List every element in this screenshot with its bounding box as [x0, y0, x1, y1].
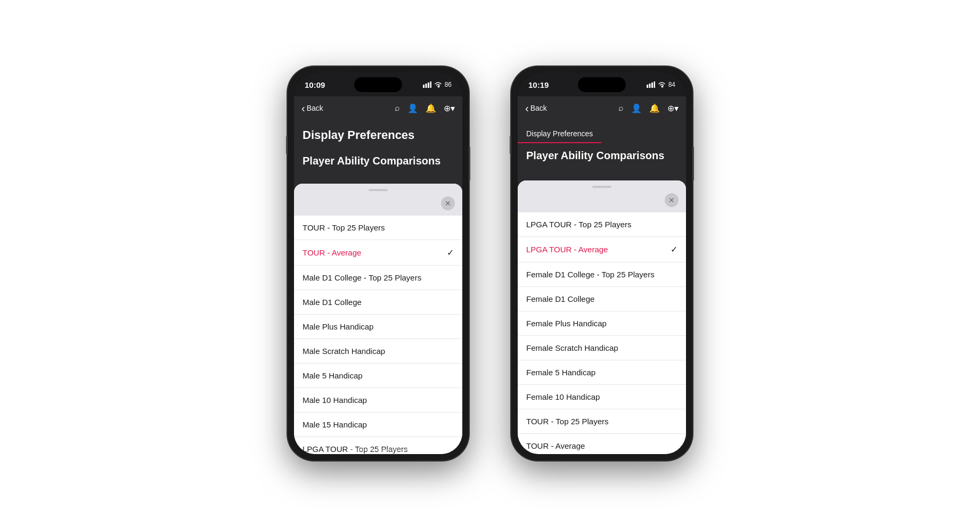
- phone2-list-item-0[interactable]: LPGA TOUR - Top 25 Players: [518, 212, 686, 237]
- phone1-list-item-4[interactable]: Male Plus Handicap: [294, 315, 462, 339]
- phone-2-home-indicator: [570, 449, 634, 451]
- phone-1-sheet-header: ✕: [294, 195, 462, 216]
- phone1-list-item-5[interactable]: Male Scratch Handicap: [294, 339, 462, 364]
- phone-1-bottom-sheet: ✕ TOUR - Top 25 PlayersTOUR - Average✓Ma…: [294, 184, 462, 454]
- battery-indicator: 86: [445, 81, 452, 88]
- battery-indicator: 84: [668, 81, 675, 88]
- phone-2-status-bar: 10:19 84: [518, 73, 686, 96]
- phone-1-status-icons: 86: [423, 81, 452, 88]
- phone-1-device: 10:09: [288, 67, 469, 460]
- svg-rect-2: [428, 83, 429, 88]
- bell-icon[interactable]: 🔔: [426, 103, 436, 113]
- phone-1-home-indicator: [346, 449, 410, 451]
- phone2-list-item-8[interactable]: TOUR - Top 25 Players: [518, 409, 686, 434]
- phone-2-status-icons: 84: [647, 81, 675, 88]
- phone-1-back-button[interactable]: Back: [301, 103, 323, 113]
- signal-icon: [423, 81, 431, 88]
- phone-1-dynamic-island: [354, 77, 402, 92]
- person-icon[interactable]: 👤: [631, 103, 642, 113]
- phone-2-sheet-handle-area: [518, 180, 686, 192]
- phone1-list-item-6[interactable]: Male 5 Handicap: [294, 364, 462, 388]
- phone-2-screen-content: Player Ability Comparisons ✕ LPGA TOUR -…: [518, 143, 686, 454]
- phone2-list-item-5[interactable]: Female Scratch Handicap: [518, 336, 686, 360]
- search-icon[interactable]: ⌕: [618, 103, 624, 113]
- add-icon[interactable]: ⊕▾: [444, 103, 455, 113]
- phone-1-close-button[interactable]: ✕: [441, 196, 455, 210]
- phone-1-sheet-list[interactable]: TOUR - Top 25 PlayersTOUR - Average✓Male…: [294, 216, 462, 454]
- battery-level: 86: [445, 81, 452, 88]
- phone-2-tab-bar: Display Preferences: [518, 120, 686, 143]
- phone-2-bottom-sheet: ✕ LPGA TOUR - Top 25 PlayersLPGA TOUR - …: [518, 180, 686, 454]
- phone-1-sheet-handle-area: [294, 184, 462, 195]
- phone-1-time: 10:09: [305, 80, 325, 89]
- svg-rect-6: [651, 83, 653, 88]
- svg-rect-7: [654, 81, 655, 88]
- phone1-list-item-3[interactable]: Male D1 College: [294, 290, 462, 315]
- phone2-list-item-9[interactable]: TOUR - Average: [518, 434, 686, 454]
- svg-rect-5: [649, 84, 650, 88]
- phone-2-wrapper: 10:19 84: [511, 67, 692, 460]
- phone-2-dynamic-island: [578, 77, 626, 92]
- phone-2-display-preferences-tab[interactable]: Display Preferences: [518, 125, 601, 143]
- phone2-list-item-6[interactable]: Female 5 Handicap: [518, 360, 686, 385]
- phone1-list-item-7[interactable]: Male 10 Handicap: [294, 388, 462, 413]
- bell-icon[interactable]: 🔔: [649, 103, 660, 113]
- phone1-list-item-8[interactable]: Male 15 Handicap: [294, 413, 462, 437]
- phone-1-nav-bar: Back ⌕ 👤 🔔 ⊕▾: [294, 96, 462, 120]
- phone-2-sheet-list[interactable]: LPGA TOUR - Top 25 PlayersLPGA TOUR - Av…: [518, 212, 686, 454]
- phone-2-time: 10:19: [528, 80, 549, 89]
- phone2-list-item-7[interactable]: Female 10 Handicap: [518, 385, 686, 409]
- phone2-list-item-2[interactable]: Female D1 College - Top 25 Players: [518, 262, 686, 287]
- phone-2-nav-bar: Back ⌕ 👤 🔔 ⊕▾: [518, 96, 686, 120]
- phone-2-sheet-header: ✕: [518, 192, 686, 212]
- battery-level: 84: [668, 81, 675, 88]
- phone-2-close-button[interactable]: ✕: [665, 193, 679, 207]
- phone-1-nav-icons: ⌕ 👤 🔔 ⊕▾: [395, 103, 455, 113]
- phone-1-wrapper: 10:09: [288, 67, 469, 460]
- phone-1-screen: 10:09: [294, 73, 462, 454]
- phone-2-device: 10:19 84: [511, 67, 692, 460]
- svg-rect-3: [430, 81, 431, 88]
- wifi-icon: [434, 81, 442, 88]
- add-icon[interactable]: ⊕▾: [667, 103, 679, 113]
- svg-rect-4: [647, 85, 648, 88]
- phone-1-status-bar: 10:09: [294, 73, 462, 96]
- phone-1-page-title: Display Preferences: [303, 128, 454, 142]
- phone-1-section-title: Player Ability Comparisons: [303, 155, 454, 167]
- phone1-list-item-2[interactable]: Male D1 College - Top 25 Players: [294, 266, 462, 290]
- signal-icon: [647, 81, 655, 88]
- phone-2-back-button[interactable]: Back: [525, 103, 547, 113]
- phone-2-section-title: Player Ability Comparisons: [526, 150, 677, 162]
- svg-rect-1: [425, 84, 427, 88]
- svg-rect-0: [423, 85, 424, 88]
- phone-1-section-header: Player Ability Comparisons: [294, 149, 462, 172]
- person-icon[interactable]: 👤: [407, 103, 418, 113]
- search-icon[interactable]: ⌕: [395, 103, 400, 113]
- phone-2-sheet-handle: [592, 186, 611, 188]
- phone1-list-item-0[interactable]: TOUR - Top 25 Players: [294, 216, 462, 240]
- phone-1-sheet-handle: [369, 189, 388, 191]
- phone1-list-item-9[interactable]: LPGA TOUR - Top 25 Players: [294, 437, 462, 454]
- phone-2-nav-icons: ⌕ 👤 🔔 ⊕▾: [618, 103, 679, 113]
- phone2-list-item-1[interactable]: LPGA TOUR - Average✓: [518, 237, 686, 262]
- phone-2-section-header: Player Ability Comparisons: [518, 143, 686, 167]
- phone1-list-item-1[interactable]: TOUR - Average✓: [294, 240, 462, 266]
- wifi-icon: [658, 81, 666, 88]
- phone-1-page-title-area: Display Preferences: [294, 120, 462, 149]
- phone2-list-item-3[interactable]: Female D1 College: [518, 287, 686, 311]
- phone-1-screen-content: Display Preferences Player Ability Compa…: [294, 120, 462, 454]
- phone2-list-item-4[interactable]: Female Plus Handicap: [518, 311, 686, 336]
- phone-2-screen: 10:19 84: [518, 73, 686, 454]
